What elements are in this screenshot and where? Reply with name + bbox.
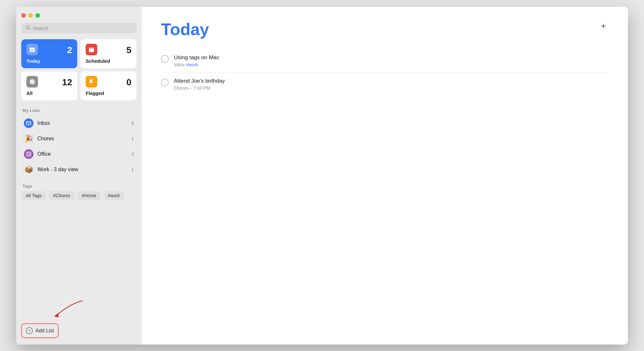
svg-rect-17 bbox=[29, 152, 30, 154]
work-name: Work - 3 day view bbox=[37, 167, 128, 172]
svg-line-1 bbox=[29, 28, 30, 30]
tags-header: Tags bbox=[21, 184, 137, 189]
main-header: Today + bbox=[161, 20, 609, 39]
add-task-button[interactable]: + bbox=[598, 20, 609, 32]
fullscreen-button[interactable] bbox=[35, 13, 40, 18]
svg-rect-9 bbox=[89, 49, 94, 49]
sidebar: 17 2 Today ⋯ bbox=[16, 7, 142, 345]
category-flagged[interactable]: 0 Flagged bbox=[80, 71, 137, 100]
list-item-chores[interactable]: 🎉 Chores 1 bbox=[21, 131, 137, 146]
task-checkbox-2[interactable] bbox=[161, 79, 169, 86]
categories-grid: 17 2 Today ⋯ bbox=[21, 39, 137, 100]
list-item-work[interactable]: 📦 Work - 3 day view 1 bbox=[21, 162, 137, 177]
list-item-inbox[interactable]: Inbox 8 bbox=[21, 115, 137, 131]
today-icon: 17 bbox=[26, 44, 38, 55]
traffic-lights bbox=[21, 13, 137, 18]
office-name: Office bbox=[37, 151, 128, 157]
scheduled-label: Scheduled bbox=[86, 58, 131, 64]
svg-rect-18 bbox=[27, 154, 28, 156]
svg-rect-8 bbox=[92, 47, 93, 48]
arrow-annotation bbox=[31, 298, 95, 320]
task-meta-1: Inbox #work bbox=[174, 62, 609, 67]
all-label: All bbox=[26, 90, 72, 96]
task-details-1: Using tags on Mac Inbox #work bbox=[174, 54, 609, 67]
task-item: Attend Joe's birthday Chores – 7:00 PM bbox=[161, 73, 609, 96]
add-list-button[interactable]: + Add List bbox=[21, 323, 59, 338]
add-list-label: Add List bbox=[35, 328, 54, 334]
flagged-count: 0 bbox=[126, 77, 131, 88]
tag-work[interactable]: #work bbox=[103, 191, 124, 200]
office-icon bbox=[24, 149, 33, 159]
task-meta-plain-2: Chores – 7:00 PM bbox=[174, 86, 210, 91]
my-lists-section: My Lists Inbox 8 🎉 Chores 1 bbox=[21, 108, 137, 177]
app-window: 17 2 Today ⋯ bbox=[16, 7, 628, 345]
office-count: 3 bbox=[131, 151, 134, 157]
close-button[interactable] bbox=[21, 13, 26, 18]
task-meta-plain-1: Inbox bbox=[174, 62, 186, 67]
svg-rect-16 bbox=[27, 152, 28, 154]
search-icon bbox=[26, 25, 30, 31]
task-details-2: Attend Joe's birthday Chores – 7:00 PM bbox=[174, 78, 609, 91]
work-count: 1 bbox=[131, 167, 134, 172]
task-meta-2: Chores – 7:00 PM bbox=[174, 86, 609, 91]
today-count: 2 bbox=[67, 45, 72, 55]
add-list-area: + Add List bbox=[21, 317, 137, 338]
category-scheduled[interactable]: ⋯ 5 Scheduled bbox=[80, 39, 137, 68]
task-title-1: Using tags on Mac bbox=[174, 54, 609, 61]
work-icon: 📦 bbox=[24, 165, 33, 174]
search-bar[interactable] bbox=[21, 23, 137, 33]
task-list: Using tags on Mac Inbox #work Attend Joe… bbox=[161, 49, 609, 96]
svg-text:17: 17 bbox=[31, 49, 33, 51]
list-item-office[interactable]: Office 3 bbox=[21, 146, 137, 162]
tags-section: Tags All Tags #Chores #Home #work bbox=[21, 184, 137, 200]
inbox-icon bbox=[24, 118, 33, 128]
tags-container: All Tags #Chores #Home #work bbox=[21, 191, 137, 200]
tag-home[interactable]: #Home bbox=[77, 191, 101, 200]
all-icon bbox=[26, 76, 38, 88]
flagged-icon bbox=[86, 76, 97, 88]
main-content: Today + Using tags on Mac Inbox #work At… bbox=[142, 7, 628, 345]
my-lists-header: My Lists bbox=[21, 108, 137, 113]
chores-name: Chores bbox=[37, 136, 128, 142]
scheduled-icon: ⋯ bbox=[86, 44, 97, 55]
inbox-name: Inbox bbox=[37, 120, 128, 126]
task-tag-1: #work bbox=[186, 62, 198, 67]
svg-text:⋯: ⋯ bbox=[90, 50, 93, 52]
svg-rect-7 bbox=[90, 47, 90, 48]
svg-rect-13 bbox=[90, 79, 90, 84]
task-title-2: Attend Joe's birthday bbox=[174, 78, 609, 84]
category-today[interactable]: 17 2 Today bbox=[21, 39, 77, 68]
inbox-count: 8 bbox=[131, 120, 134, 126]
tag-all-tags[interactable]: All Tags bbox=[21, 191, 46, 200]
chores-icon: 🎉 bbox=[24, 134, 33, 143]
svg-rect-15 bbox=[26, 152, 31, 156]
page-title: Today bbox=[161, 20, 209, 39]
scheduled-count: 5 bbox=[126, 45, 131, 55]
today-label: Today bbox=[26, 58, 72, 64]
svg-rect-19 bbox=[29, 154, 30, 156]
all-count: 12 bbox=[62, 77, 72, 88]
tag-chores[interactable]: #Chores bbox=[49, 191, 75, 200]
minimize-button[interactable] bbox=[28, 13, 33, 18]
chores-count: 1 bbox=[131, 136, 134, 141]
svg-marker-20 bbox=[54, 313, 59, 318]
task-item: Using tags on Mac Inbox #work bbox=[161, 49, 609, 73]
plus-icon: + bbox=[26, 327, 33, 334]
flagged-label: Flagged bbox=[86, 90, 131, 96]
category-all[interactable]: 12 All bbox=[21, 71, 77, 100]
search-input[interactable] bbox=[33, 25, 132, 31]
svg-rect-4 bbox=[30, 48, 35, 49]
task-checkbox-1[interactable] bbox=[161, 55, 169, 63]
